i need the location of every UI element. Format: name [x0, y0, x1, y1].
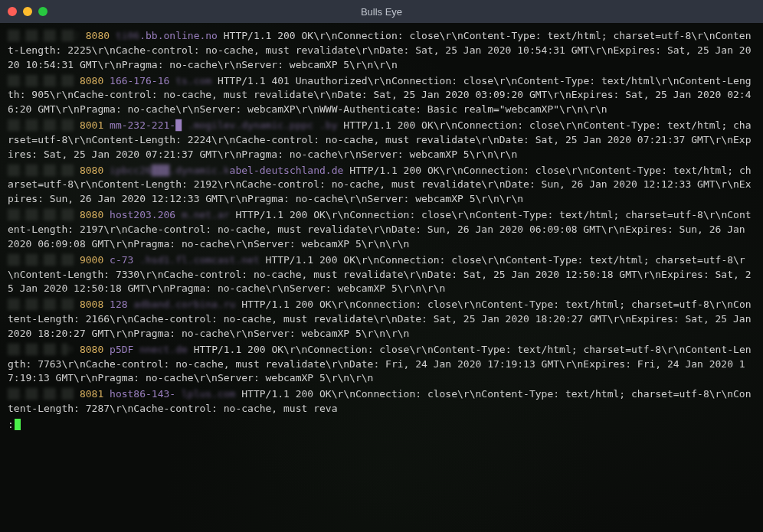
port-number: 8080 [86, 30, 110, 41]
log-entry: ██.██.██.██ 8080 166-176-16 ts.com HTTP/… [8, 74, 755, 118]
prompt-char: : [8, 419, 14, 430]
ip-address: ██.██.██.██ [8, 209, 80, 220]
maximize-icon[interactable] [38, 7, 47, 16]
hostname: host203.206 m.net.ar [110, 209, 235, 220]
port-number: 9000 [80, 254, 103, 266]
close-icon[interactable] [8, 7, 17, 16]
log-entry: ██.██.██.██ 8080 ipbcc26███.dynamic.kabe… [8, 164, 755, 207]
hostname: p5DF nnect.de [110, 344, 194, 355]
ip-address: ██.██.██.██2 [8, 30, 80, 41]
window-title: Bulls Eye [0, 6, 763, 18]
ip-address: ██.██.██.██ [8, 388, 80, 400]
minimize-icon[interactable] [23, 7, 32, 16]
port-number: 8008 [80, 299, 103, 310]
log-entry: ██.██.██.██ 8001 mm-232-221-█ .mogilev.d… [8, 119, 755, 162]
ip-address: ██.██.██.██ [8, 165, 80, 176]
ip-address: ██.██.██.██ [8, 75, 80, 86]
hostname: host86-143- lplus.com [110, 388, 241, 400]
log-entry: ██.██.██.██ 8080 host203.206 m.net.ar HT… [8, 208, 755, 252]
hostname: ti06.bb.online.no [116, 30, 224, 41]
hostname: ipbcc26███.dynamic.kabel-deutschland.de [110, 165, 349, 176]
ip-address: ██.██.██.██ [8, 119, 80, 131]
cursor-icon [15, 419, 21, 430]
hostname: c-73 .hsd1.fl.comcast.net [110, 254, 266, 266]
window-titlebar: Bulls Eye [0, 0, 763, 23]
port-number: 8080 [80, 75, 103, 86]
ip-address: ██.██.██.█0 [8, 344, 80, 355]
prompt-line: : [8, 418, 755, 432]
port-number: 8001 [80, 119, 103, 131]
log-entry: ██.██.██.██ 8008 128 adband.corbina.ru H… [8, 298, 755, 341]
port-number: 8080 [80, 209, 103, 220]
ip-address: ██.██.██.██ [8, 299, 80, 310]
port-number: 8080 [80, 165, 103, 176]
log-entry: ██.██.██.██ 9000 c-73 .hsd1.fl.comcast.n… [8, 253, 755, 297]
traffic-lights [8, 7, 47, 16]
port-number: 8081 [80, 388, 103, 400]
terminal-output[interactable]: ██.██.██.██2 8080 ti06.bb.online.no HTTP… [0, 23, 763, 532]
hostname: 166-176-16 ts.com [110, 75, 218, 86]
hostname: mm-232-221-█ .mogilev.dynamic.pppc .by [110, 119, 343, 131]
log-entry: ██.██.██.██ 8081 host86-143- lplus.com H… [8, 387, 755, 416]
log-entry: ██.██.██.██2 8080 ti06.bb.online.no HTTP… [8, 29, 755, 73]
log-entry: ██.██.██.█0 8080 p5DF nnect.de HTTP/1.1 … [8, 343, 755, 387]
ip-address: ██.██.██.██ [8, 254, 80, 266]
port-number: 8080 [80, 344, 103, 355]
hostname: 128 adband.corbina.ru [110, 299, 241, 310]
